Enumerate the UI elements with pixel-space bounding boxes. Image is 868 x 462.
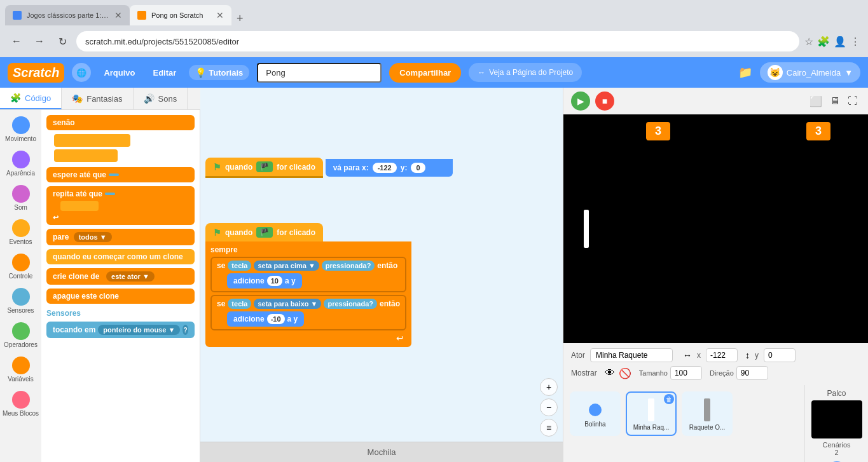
crie-clone-dropdown[interactable]: este ator ▼ [106,271,155,282]
bookmark-icon[interactable]: ☆ [804,36,813,48]
address-input[interactable] [76,31,799,51]
se-cima-pressionada[interactable]: pressionada? [322,261,375,271]
repita-input[interactable] [105,193,115,195]
stop-button[interactable]: ■ [595,92,614,111]
share-button[interactable]: Compartilhar [389,63,461,83]
pare-dropdown[interactable]: todos ▼ [74,232,112,242]
stage-canvas: 3 3 [563,114,868,343]
sprite-raquete-o[interactable]: Raquete O... [682,391,733,436]
mochila-bar[interactable]: Mochila [200,442,563,462]
eye-show-icon[interactable]: 👁 [605,367,615,379]
direcao-input[interactable] [736,366,768,380]
category-meublocos[interactable]: Meus Blocos [0,387,41,421]
se-cima-tecla[interactable]: tecla [228,261,251,271]
stage-small-view[interactable]: ⬜ [807,93,825,110]
green-flag-button[interactable]: ▶ [571,92,590,111]
goto-y-value[interactable]: 0 [411,163,425,173]
hat2-flag-badge: 🏴 [256,227,273,238]
tab2-close[interactable]: ✕ [216,10,224,20]
zoom-out-button[interactable]: − [540,398,558,416]
palette-clone-when[interactable]: quando eu começar como um clone [46,249,195,264]
palette-apague-clone[interactable]: apague este clone [46,289,195,304]
arquivo-menu[interactable]: Arquivo [99,65,140,80]
tab-sons-label: Sons [158,94,177,104]
hat-block-1[interactable]: ⚑ quando 🏴 for clicado [205,158,323,178]
x-value-input[interactable] [706,348,738,362]
tutoriais-button[interactable]: 💡 Tutoriais [189,65,249,80]
code-area[interactable]: ⚑ quando 🏴 for clicado vá para x: -122 y… [200,88,563,462]
palette-repita[interactable]: repita até que ↩ [46,186,195,225]
more-icon[interactable]: ⋮ [850,36,860,48]
adicione-cima-val[interactable]: 10 [267,276,282,286]
sprite-name-input[interactable] [590,348,673,362]
stage-medium-view[interactable]: 🖥 [827,93,843,110]
category-aparencia[interactable]: Aparência [0,147,41,181]
forward-button[interactable]: → [31,32,48,50]
adicione-cima-block[interactable]: adicione 10 a y [227,273,302,289]
eye-hide-icon[interactable]: 🚫 [619,367,631,379]
se-baixo-block[interactable]: se tecla seta para baixo ▼ pressionada? … [210,295,406,330]
sensor-help-icon[interactable]: ? [183,325,188,335]
sprite-props: Mostrar 👁 🚫 Tamanho Direção [571,366,860,380]
editar-menu[interactable]: Editar [148,65,182,80]
tocando-dropdown[interactable]: ponteiro do mouse ▼ [98,325,180,335]
tamanho-input[interactable] [670,366,702,380]
se-cima-key[interactable]: seta para cima ▼ [254,261,319,271]
project-name-input[interactable] [257,63,382,83]
stage-fullscreen[interactable]: ⛶ [845,93,860,110]
profile-icon[interactable]: 👤 [834,36,846,48]
refresh-button[interactable]: ↻ [53,32,71,50]
palette-crie-clone[interactable]: crie clone de este ator ▼ [46,268,195,285]
palette-espere[interactable]: espere até que [46,167,195,182]
extensions-icon[interactable]: 🧩 [817,36,830,48]
category-sensores[interactable]: Sensores [0,284,41,318]
new-tab-button[interactable]: + [231,12,249,25]
hat-block-2[interactable]: ⚑ quando 🏴 for clicado [205,223,323,241]
tab1-label: Jogos clássicos parte 1: Aula 1 - [27,11,109,19]
palette-pare[interactable]: pare todos ▼ [46,229,195,245]
y-value-input[interactable] [764,348,796,362]
se-cima-block[interactable]: se tecla seta para cima ▼ pressionada? e… [210,257,406,292]
se-baixo-tecla[interactable]: tecla [228,299,251,309]
user-menu[interactable]: 😺 Cairo_Almeida ▼ [760,62,860,83]
tab1-close[interactable]: ✕ [114,10,122,20]
se-baixo-key[interactable]: seta para baixo ▼ [254,299,321,309]
sprite-delete-icon[interactable]: 🗑 [664,394,674,404]
sprite-minha-raquete[interactable]: 🗑 Minha Raq... [626,391,677,436]
category-eventos[interactable]: Eventos [0,215,41,250]
tab-2[interactable]: Pong on Scratch ✕ [130,5,231,25]
category-movimento[interactable]: Movimento [0,112,41,147]
tab-fantasias[interactable]: 🎭 Fantasias [62,88,133,109]
zoom-in-button[interactable]: + [540,378,558,396]
espere-input[interactable] [109,173,119,176]
tab-sons[interactable]: 🔊 Sons [134,88,188,109]
stage-mini-thumb[interactable] [811,400,862,438]
sensores-circle [12,288,30,306]
repita-label: repita até que [53,189,102,198]
folder-icon[interactable]: 📁 [738,65,752,79]
sensor-tocando[interactable]: tocando em ponteiro do mouse ▼ ? [46,322,195,338]
project-page-button[interactable]: ↔ Veja a Página do Projeto [469,63,582,82]
category-variaveis[interactable]: Variáveis [0,353,41,387]
tab-1[interactable]: Jogos clássicos parte 1: Aula 1 - ✕ [5,5,130,25]
category-controle[interactable]: Controle [0,250,41,284]
adicione-baixo-block[interactable]: adicione -10 a y [227,311,304,327]
se-baixo-pressionada[interactable]: pressionada? [324,299,377,309]
blocks-categories: Movimento Aparência Som Eventos Controle [0,110,41,462]
fit-button[interactable]: ≡ [540,419,558,437]
sempre-block[interactable]: sempre se tecla seta para cima ▼ pressio… [205,241,411,347]
goto-x-value[interactable]: -122 [373,163,397,173]
goto-block[interactable]: vá para x: -122 y: 0 [326,159,453,177]
back-button[interactable]: ← [8,32,25,50]
category-operadores[interactable]: Operadores [0,318,41,353]
sprite-bolinha[interactable]: Bolinha [570,391,621,436]
tab-codigo[interactable]: 🧩 Código [0,88,62,109]
stage-panel: ▶ ■ ⬜ 🖥 ⛶ 3 3 Ator ↔ x [563,88,868,462]
palette-senao-body1 [54,134,130,147]
category-som[interactable]: Som [0,181,41,215]
adicione-baixo-val[interactable]: -10 [267,314,285,324]
show-icons: 👁 🚫 [605,367,631,379]
palette-senao[interactable]: senão [46,115,195,130]
svg-point-0 [589,404,602,416]
globe-button[interactable]: 🌐 [72,63,91,82]
